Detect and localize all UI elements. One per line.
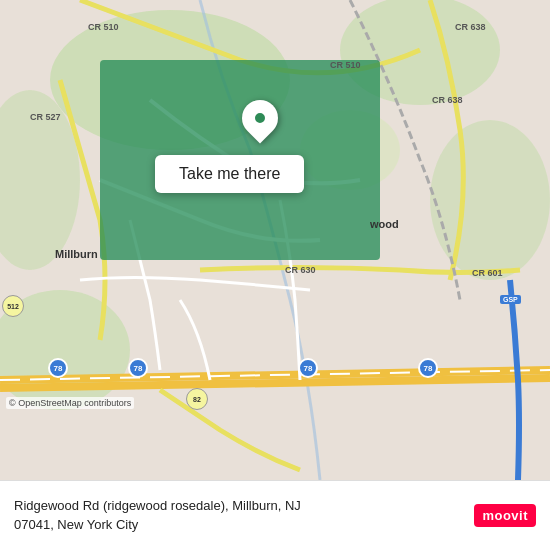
highway-marker-512: 512 bbox=[2, 295, 24, 317]
highway-marker-i78-4: 78 bbox=[418, 358, 438, 378]
location-pin bbox=[240, 100, 280, 148]
svg-point-3 bbox=[430, 120, 550, 280]
highway-marker-nj82: 82 bbox=[186, 388, 208, 410]
osm-credit: © OpenStreetMap contributors bbox=[6, 397, 134, 409]
highway-marker-i78-2: 78 bbox=[128, 358, 148, 378]
bottom-bar: Ridgewood Rd (ridgewood rosedale), Millb… bbox=[0, 480, 550, 550]
highway-marker-i78-1: 78 bbox=[48, 358, 68, 378]
address-line2: 07041, New York City bbox=[14, 517, 138, 532]
take-me-there-button[interactable]: Take me there bbox=[155, 155, 304, 193]
highway-marker-gsp: GSP bbox=[500, 295, 521, 304]
moovit-logo: moovit bbox=[474, 504, 536, 527]
highway-marker-i78-3: 78 bbox=[298, 358, 318, 378]
address-text: Ridgewood Rd (ridgewood rosedale), Millb… bbox=[14, 497, 301, 533]
address-line1: Ridgewood Rd (ridgewood rosedale), Millb… bbox=[14, 498, 301, 513]
moovit-logo-text: moovit bbox=[474, 504, 536, 527]
map-container: CR 510 CR 510 CR 527 CR 638 CR 638 CR 63… bbox=[0, 0, 550, 480]
